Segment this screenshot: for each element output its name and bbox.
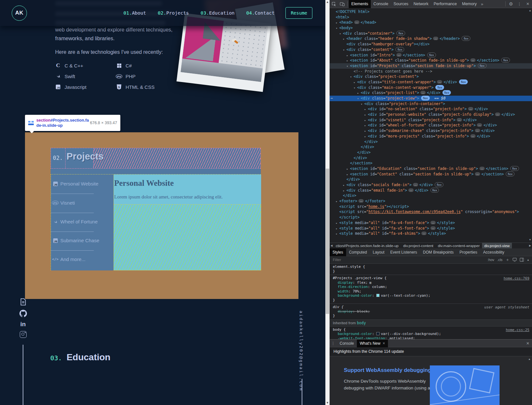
tree-expand-icon[interactable]: ▾ [350,74,354,80]
flex-badge[interactable]: flex [395,47,404,52]
dom-tree-row[interactable]: <script src="home.js"></script> [330,204,532,209]
collapsed-content-icon[interactable]: … [468,107,473,111]
whats-new-scroll-up-arrow[interactable]: ▲ [528,358,531,361]
tree-expand-icon[interactable]: ▾ [339,31,343,37]
more-tabs-icon[interactable]: » [479,2,485,6]
tree-expand-icon[interactable]: ▸ [364,118,368,123]
collapsed-content-icon[interactable]: … [433,37,438,40]
flex-badge[interactable]: flex [430,188,439,193]
styles-tab-accessibility[interactable]: Accessibility [480,248,507,256]
tree-expand-icon[interactable]: ▾ [361,101,364,107]
tree-expand-icon[interactable]: ▾ [346,64,350,69]
dom-tree-row[interactable]: ▸<style media="all" id="fa-v4-shims">…</… [330,231,532,236]
row-overflow-icon[interactable]: ⋯ [331,96,333,101]
dom-tree-row[interactable]: </div> [330,139,532,145]
new-style-rule-icon[interactable]: ＋ [505,257,510,263]
devtools-tab-performance[interactable]: Performance [431,0,460,8]
tree-expand-icon[interactable]: ▸ [336,20,339,26]
devtools-tab-network[interactable]: Network [411,0,431,8]
css-property[interactable]: display: block; [333,309,529,314]
collapsed-content-icon[interactable]: … [430,226,436,230]
rule-selector[interactable]: #Projects .project-view { [333,276,529,280]
css-property[interactable]: -webkit-font-smoothing: antialiased; [333,336,529,339]
devtools-tab-memory[interactable]: Memory [459,0,479,8]
css-property[interactable]: flex-direction: column; [333,285,529,289]
collapsed-content-icon[interactable]: … [396,53,402,57]
tree-expand-icon[interactable]: ▸ [357,90,361,96]
collapsed-content-icon[interactable]: … [475,172,480,176]
dom-tree-row[interactable]: </div> [330,155,532,161]
flex-badge[interactable]: flex [442,90,451,95]
nav-item-about[interactable]: 01.About [123,10,146,16]
devtools-tab-elements[interactable]: Elements [349,0,371,8]
logo[interactable]: AK [12,6,27,21]
breadcrumb-item[interactable]: ction#Projects.section.fade-in.slide-up [333,243,401,249]
dom-tree-row[interactable]: ▾<div class="content">flex [330,47,532,53]
devtools-tab-console[interactable]: Console [371,0,391,8]
styles-filter-input[interactable] [332,257,485,262]
tree-expand-icon[interactable]: ▸ [336,220,339,226]
styles-tab-event-listeners[interactable]: Event Listeners [387,248,420,256]
toggle-hov[interactable]: :hov [488,258,494,262]
whats-new-article-title[interactable]: Support WebAssembly debugging [344,367,431,373]
stylesheet-link[interactable]: home.css:769 [504,276,529,281]
flex-badge[interactable]: flex [435,85,444,90]
collapsed-content-icon[interactable]: … [477,123,482,127]
page-scrollbar[interactable]: ▲ ▼ [325,0,330,405]
email-link[interactable]: aidankelly202@gmail.com [299,311,304,391]
resume-doc-icon[interactable] [20,298,26,305]
dom-tree-row[interactable]: </script> [330,215,532,220]
styles-tab-properties[interactable]: Properties [457,248,480,256]
dom-tree-row[interactable]: ▸<section id="About" class="section fade… [330,58,532,63]
flex-badge[interactable]: flex [396,31,405,36]
project-list-item-personal-website[interactable]: JSPersonal Website [53,181,98,186]
sidebar-toggle-icon[interactable] [520,258,524,262]
collapsed-content-icon[interactable]: … [421,232,427,235]
tree-expand-icon[interactable]: ▸ [354,80,357,85]
flex-badge[interactable]: flex [459,79,468,84]
collapsed-content-icon[interactable]: … [437,80,442,84]
rule-selector[interactable]: element.style { [333,265,529,269]
breadcrumb-right-arrow[interactable]: ▶ [528,244,532,247]
dom-tree-row[interactable]: ▾<div class="main-content-wrapper">flex [330,85,532,90]
dom-tree-row[interactable]: ▾<div class="container">flex [330,31,532,36]
dom-tree-row[interactable]: ▾<section id="Projects" class="section f… [330,63,532,69]
drawer-kebab-icon[interactable]: ⋮ [330,341,337,346]
nav-item-education[interactable]: 03.Education [200,10,235,16]
flex-editor-icon[interactable]: ▦ [369,281,371,284]
tree-expand-icon[interactable]: ▸ [343,188,346,194]
tree-expand-icon[interactable]: ▸ [336,231,339,237]
tree-expand-icon[interactable]: ▸ [364,112,368,118]
css-property[interactable]: background-color: var(--text-color-cyan)… [333,293,529,298]
dom-tree-row[interactable]: ▸<footer>…</footer> [330,198,532,204]
tab-close-icon[interactable]: × [383,341,385,346]
rendering-icon[interactable] [513,258,517,262]
dom-tree-row[interactable]: <!DOCTYPE html> [330,9,532,15]
dom-tree-row[interactable]: ▸<div id="personal-website" class="proje… [330,112,532,117]
css-property[interactable]: width: 70%; [333,289,529,294]
tree-scroll-down-arrow[interactable]: ▼ [529,238,531,241]
drawer-close-icon[interactable]: ✕ [524,341,532,346]
tree-expand-icon[interactable]: ▸ [336,226,339,232]
project-list-item-and-more[interactable]: </>And more... [53,256,86,262]
flex-badge[interactable]: flex [501,58,510,63]
flex-badge[interactable]: flex [421,96,430,101]
linkedin-icon[interactable]: in [20,321,26,327]
collapsed-content-icon[interactable]: … [475,129,480,132]
toggle-cls[interactable]: .cls [497,258,503,262]
dom-tree-row[interactable]: </section> [330,161,532,166]
collapsed-content-icon[interactable]: … [354,20,359,24]
tree-expand-icon[interactable]: ▸ [364,128,368,134]
dom-tree-row[interactable]: <div class="hamburger-overlay"></div> [330,42,532,47]
breadcrumb-item[interactable]: div.main-content-wrapper [436,243,482,249]
collapsed-content-icon[interactable]: … [457,118,462,122]
styles-tab-computed[interactable]: Computed [346,248,370,256]
stylesheet-link[interactable]: home.css:25 [506,328,529,332]
flex-badge[interactable]: flex [506,172,514,176]
dom-tree-row[interactable]: </div> [330,144,532,150]
dom-tree-row[interactable]: ▸<section id="Intro">…</section>flex [330,53,532,58]
flex-badge[interactable]: flex [478,63,487,68]
flex-badge[interactable]: flex [462,36,470,41]
dom-tree-row[interactable]: <html> [330,15,532,20]
scrollbar-thumb[interactable] [326,169,329,314]
